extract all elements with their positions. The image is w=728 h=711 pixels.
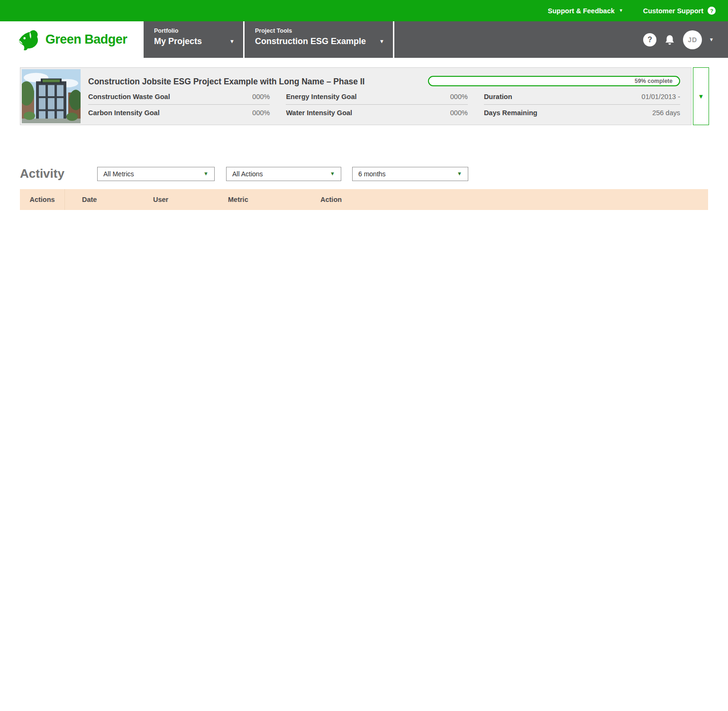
account-menu-caret[interactable]: ▼ <box>709 37 714 42</box>
portfolio-section: Portfolio My Projects ▼ <box>144 21 243 58</box>
goal-row: Energy Intensity Goal 000% <box>286 89 467 105</box>
activity-toolbar: Activity All Metrics ▼ All Actions ▼ 6 m… <box>20 166 708 181</box>
header-actions: ? JD ▼ <box>393 21 728 58</box>
column-header-date: Date <box>65 196 136 203</box>
user-avatar[interactable]: JD <box>683 30 702 49</box>
chevron-down-icon: ▼ <box>203 171 209 176</box>
top-utility-bar: Support & Feedback ▼ Customer Support ? <box>0 0 728 21</box>
goal-value: 000% <box>450 109 468 117</box>
activity-table: Actions Date User Metric Action <box>20 189 708 210</box>
project-summary-content: Construction Jobsite ESG Project Example… <box>81 69 690 123</box>
filter-metrics-value: All Metrics <box>103 170 134 178</box>
chevron-down-icon: ▼ <box>457 171 462 176</box>
duration-row: Duration 01/01/2013 - <box>484 89 680 105</box>
project-tools-section: Project Tools Construction ESG Example ▼ <box>243 21 393 58</box>
customer-support-label: Customer Support <box>643 7 703 15</box>
project-summary-card: Construction Jobsite ESG Project Example… <box>20 67 692 125</box>
chevron-down-icon: ▼ <box>698 93 704 100</box>
chevron-down-icon: ▼ <box>330 171 335 176</box>
goal-value: 000% <box>252 109 270 117</box>
badger-logo-icon <box>17 28 40 51</box>
activity-heading: Activity <box>20 166 97 181</box>
portfolio-label: Portfolio <box>154 27 235 34</box>
portfolio-dropdown[interactable]: My Projects ▼ <box>154 36 235 46</box>
filter-actions-value: All Actions <box>232 170 263 178</box>
project-tools-selected: Construction ESG Example <box>255 36 366 46</box>
timeline-percent-complete: 59% complete <box>635 78 679 84</box>
project-goals-grid: Construction Waste Goal 000% Energy Inte… <box>88 89 680 121</box>
chevron-down-icon: ▼ <box>229 39 235 44</box>
column-header-actions: Actions <box>20 189 65 210</box>
activity-table-header: Actions Date User Metric Action <box>20 189 708 210</box>
duration-label: Duration <box>484 93 512 100</box>
help-button[interactable]: ? <box>643 33 656 46</box>
project-tools-label: Project Tools <box>255 27 384 34</box>
duration-value: 01/01/2013 - <box>642 93 680 100</box>
goal-row: Water Intensity Goal 000% <box>286 105 467 121</box>
goal-value: 000% <box>450 93 468 100</box>
project-title: Construction Jobsite ESG Project Example… <box>88 73 428 87</box>
chevron-down-icon: ▼ <box>379 39 384 44</box>
goal-row: Carbon Intensity Goal 000% <box>88 105 270 121</box>
filter-daterange-value: 6 months <box>358 170 386 178</box>
goal-value: 000% <box>252 93 270 100</box>
support-feedback-menu[interactable]: Support & Feedback ▼ <box>548 7 623 15</box>
project-photo <box>22 69 81 123</box>
filter-actions-dropdown[interactable]: All Actions ▼ <box>226 167 341 181</box>
goal-label: Water Intensity Goal <box>286 109 352 117</box>
brand-name: Green Badger <box>46 32 127 47</box>
goal-row: Construction Waste Goal 000% <box>88 89 270 105</box>
column-header-metric: Metric <box>211 196 303 203</box>
support-feedback-label: Support & Feedback <box>548 7 615 15</box>
timeline-label: Construction Timeline <box>429 78 495 84</box>
filter-daterange-dropdown[interactable]: 6 months ▼ <box>352 167 468 181</box>
app-header: Green Badger Portfolio My Projects ▼ Pro… <box>0 21 728 58</box>
filter-metrics-dropdown[interactable]: All Metrics ▼ <box>97 167 215 181</box>
portfolio-selected: My Projects <box>154 36 202 46</box>
goal-label: Construction Waste Goal <box>88 93 170 100</box>
building-photo-illustration <box>22 69 81 123</box>
chevron-down-icon: ▼ <box>619 9 623 13</box>
goal-label: Carbon Intensity Goal <box>88 109 160 117</box>
goal-label: Energy Intensity Goal <box>286 93 356 100</box>
help-circle-icon: ? <box>708 7 716 15</box>
project-tools-dropdown[interactable]: Construction ESG Example ▼ <box>255 36 384 46</box>
customer-support-link[interactable]: Customer Support ? <box>643 7 716 15</box>
notifications-bell-icon[interactable] <box>664 34 676 46</box>
brand-home-link[interactable]: Green Badger <box>0 21 144 58</box>
column-header-user: User <box>136 196 211 203</box>
column-header-action: Action <box>303 196 708 203</box>
days-remaining-value: 256 days <box>652 109 680 117</box>
project-card-expander-button[interactable]: ▼ <box>693 67 709 125</box>
days-remaining-label: Days Remaining <box>484 109 537 117</box>
project-summary-row: Construction Jobsite ESG Project Example… <box>20 67 709 125</box>
days-remaining-row: Days Remaining 256 days <box>484 105 680 121</box>
construction-timeline-progressbar: Construction Timeline 59% complete <box>428 76 680 86</box>
